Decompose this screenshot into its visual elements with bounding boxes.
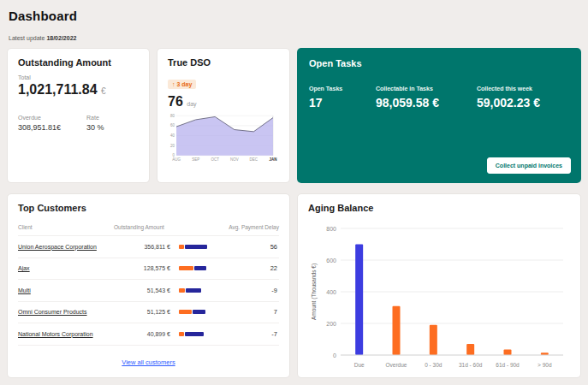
- dso-badge-text: 3 day: [176, 81, 192, 87]
- svg-text:800: 800: [326, 226, 336, 232]
- customer-link[interactable]: Omni Consumer Products: [18, 309, 114, 315]
- customer-outstanding-amount: 51,543 €: [114, 287, 179, 293]
- stat-value: 59,002.23 €: [477, 96, 569, 110]
- card-title: True DSO: [168, 57, 279, 68]
- customer-avg-delay: 7: [232, 308, 279, 316]
- customer-avg-delay: -7: [232, 330, 279, 338]
- customer-mini-bar: [179, 310, 218, 314]
- top-customers-card: Top Customers Client Outstanding Amount …: [7, 193, 290, 378]
- open-tasks-card: Open Tasks Open Tasks 17 Collectable in …: [297, 48, 581, 183]
- table-header: Client Outstanding Amount Avg. Payment D…: [18, 220, 279, 235]
- true-dso-card: True DSO ↑ 3 day 76 day 020406080AUGSEPO…: [157, 48, 290, 183]
- total-amount: 1,021,711.84: [18, 82, 98, 97]
- dso-value: 76 day: [168, 94, 279, 110]
- aging-balance-chart: 0200400600800Amount (Thousands €)DueOver…: [308, 220, 570, 376]
- due-bar-segment: [193, 310, 205, 314]
- column-client: Client: [18, 224, 114, 230]
- outstanding-amount-card: Outstanding Amount Total 1,021,711.84 € …: [7, 48, 150, 183]
- overdue-block: Overdue 308,951.81€: [18, 115, 61, 132]
- svg-text:61d - 90d: 61d - 90d: [496, 362, 520, 368]
- customer-link[interactable]: Union Aerospace Corporation: [18, 244, 114, 250]
- due-bar-segment: [185, 245, 207, 249]
- rate-block: Rate 30 %: [86, 115, 104, 132]
- last-update-label: Latest update: [9, 35, 45, 41]
- customer-link[interactable]: Ajax: [18, 265, 114, 271]
- customer-avg-delay: 22: [232, 264, 279, 272]
- last-update: Latest update 18/02/2022: [9, 35, 588, 41]
- page-title: Dashboard: [9, 9, 588, 23]
- currency-symbol: €: [101, 86, 106, 96]
- svg-text:Overdue: Overdue: [386, 362, 407, 368]
- view-all-customers-link[interactable]: View all customers: [122, 358, 175, 366]
- svg-text:DEC: DEC: [250, 157, 258, 162]
- table-row: Ajax128,575 €22: [18, 258, 279, 280]
- arrow-up-icon: ↑: [172, 81, 175, 87]
- card-title: Aging Balance: [308, 203, 570, 213]
- due-bar-segment: [186, 288, 201, 293]
- svg-text:SEP: SEP: [192, 157, 199, 162]
- overdue-bar-segment: [179, 332, 184, 336]
- stat-label: Collectable in Tasks: [376, 86, 477, 92]
- customer-avg-delay: 56: [232, 243, 279, 251]
- customer-outstanding-amount: 128,575 €: [114, 265, 179, 271]
- customer-mini-bar: [179, 266, 218, 270]
- customer-mini-bar: [179, 245, 218, 249]
- total-label: Total: [18, 74, 139, 80]
- overdue-value: 308,951.81€: [18, 123, 61, 132]
- rate-value: 30 %: [86, 123, 104, 132]
- svg-text:200: 200: [326, 321, 336, 327]
- overdue-label: Overdue: [18, 115, 61, 121]
- stat-label: Collected this week: [477, 86, 569, 92]
- stat-collectable: Collectable in Tasks 98,059.58 €: [376, 86, 477, 110]
- dso-number: 76: [168, 94, 183, 109]
- svg-text:> 90d: > 90d: [538, 362, 552, 368]
- customer-mini-bar: [179, 332, 218, 336]
- card-title: Outstanding Amount: [18, 57, 139, 68]
- svg-text:OCT: OCT: [211, 157, 219, 162]
- due-bar-segment: [194, 266, 206, 270]
- svg-text:400: 400: [326, 289, 336, 295]
- due-bar-segment: [185, 332, 204, 336]
- customer-link[interactable]: National Motors Corporation: [18, 331, 114, 337]
- customer-outstanding-amount: 51,125 €: [114, 309, 179, 315]
- page-header: Dashboard Latest update 18/02/2022: [0, 0, 588, 41]
- table-footer: View all customers: [18, 345, 279, 368]
- customer-table-body: Union Aerospace Corporation356,811 €56Aj…: [18, 235, 279, 345]
- dso-unit: day: [187, 101, 196, 107]
- total-value: 1,021,711.84 €: [18, 82, 139, 98]
- svg-text:NOV: NOV: [230, 157, 239, 162]
- overdue-bar-segment: [179, 310, 192, 314]
- customer-avg-delay: -9: [232, 287, 279, 294]
- card-title: Top Customers: [18, 203, 279, 213]
- outstanding-breakdown: Overdue 308,951.81€ Rate 30 %: [18, 115, 139, 132]
- column-avg-payment-delay: Avg. Payment Delay: [185, 224, 279, 230]
- customer-mini-bar: [179, 288, 218, 293]
- svg-text:600: 600: [326, 258, 336, 264]
- svg-text:31d - 60d: 31d - 60d: [459, 362, 483, 368]
- rate-label: Rate: [86, 115, 104, 121]
- dso-trend-chart: 020406080AUGSEPOCTNOVDECJAN: [168, 113, 279, 168]
- svg-text:JAN: JAN: [269, 157, 276, 162]
- dso-trend-badge: ↑ 3 day: [168, 80, 196, 89]
- table-row: Omni Consumer Products51,125 €7: [18, 301, 279, 323]
- svg-text:0: 0: [173, 153, 175, 157]
- customer-outstanding-amount: 356,811 €: [114, 244, 179, 250]
- svg-text:Due: Due: [354, 362, 365, 368]
- svg-text:AUG: AUG: [172, 157, 181, 162]
- svg-text:Amount (Thousands €): Amount (Thousands €): [311, 264, 318, 320]
- stat-label: Open Tasks: [309, 86, 376, 92]
- svg-text:80: 80: [170, 114, 175, 118]
- last-update-date: 18/02/2022: [46, 35, 76, 41]
- collect-unpaid-invoices-button[interactable]: Collect unpaid invoices: [487, 157, 571, 174]
- overdue-bar-segment: [179, 288, 185, 293]
- svg-text:0 - 30d: 0 - 30d: [425, 362, 442, 368]
- overdue-bar-segment: [179, 245, 184, 249]
- overdue-bar-segment: [179, 266, 193, 270]
- svg-text:20: 20: [170, 144, 175, 148]
- stat-value: 17: [309, 96, 376, 110]
- customer-outstanding-amount: 40,899 €: [114, 331, 179, 337]
- stat-collected-week: Collected this week 59,002.23 €: [477, 86, 569, 110]
- svg-text:40: 40: [170, 133, 175, 138]
- card-title: Open Tasks: [309, 58, 569, 68]
- customer-link[interactable]: Multi: [18, 287, 114, 293]
